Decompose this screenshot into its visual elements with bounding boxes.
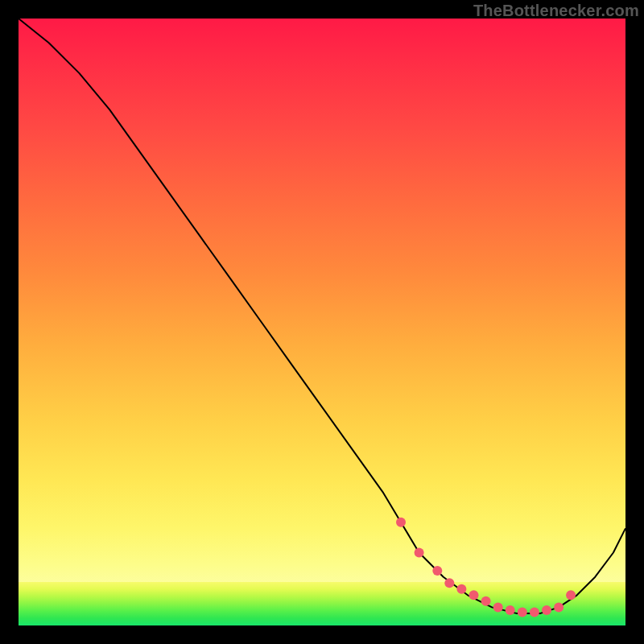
marker-dot bbox=[566, 590, 576, 600]
marker-dot bbox=[415, 548, 424, 558]
plot-area bbox=[19, 19, 625, 625]
marker-dot bbox=[518, 607, 527, 617]
attribution-label: TheBottlenecker.com bbox=[473, 2, 639, 20]
marker-dot bbox=[432, 566, 442, 576]
marker-dot bbox=[542, 605, 551, 615]
marker-dot bbox=[444, 578, 454, 588]
marker-dot bbox=[396, 518, 406, 527]
marker-dot bbox=[456, 584, 466, 594]
marker-dot bbox=[493, 602, 503, 612]
chart-frame: TheBottlenecker.com bbox=[0, 0, 644, 644]
marker-dot bbox=[481, 597, 491, 606]
marker-points bbox=[396, 518, 576, 617]
marker-dot bbox=[554, 602, 564, 612]
chart-svg bbox=[19, 19, 625, 625]
marker-dot bbox=[530, 607, 539, 617]
bottleneck-curve bbox=[19, 19, 625, 613]
marker-dot bbox=[506, 605, 515, 615]
marker-dot bbox=[469, 590, 479, 600]
